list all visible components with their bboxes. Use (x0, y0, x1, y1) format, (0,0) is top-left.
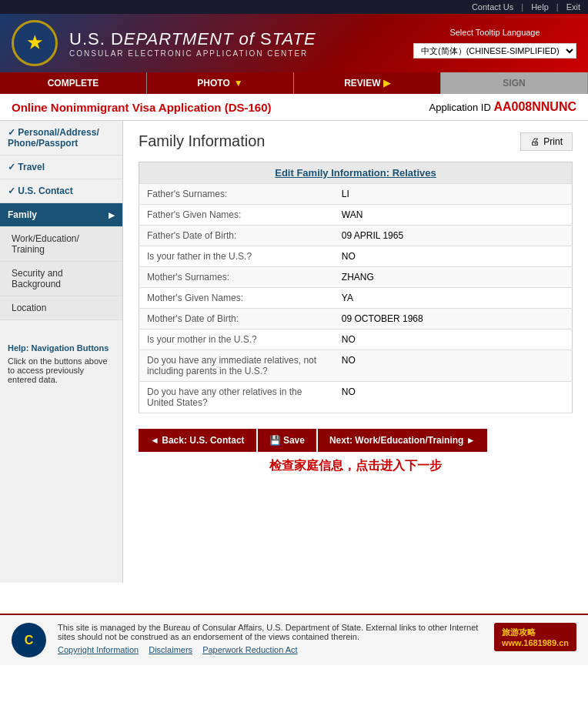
footer-logo: C (12, 623, 46, 657)
table-row: Do you have any immediate relatives, not… (139, 350, 573, 382)
site-title: U.S. DEPARTMENT of STATE CONSULAR ELECTR… (69, 29, 316, 58)
footer-text-area: This site is managed by the Bureau of Co… (58, 623, 483, 654)
form-title: Online Nonimmigrant Visa Application (DS… (12, 101, 272, 114)
seal-icon: ★ (27, 33, 42, 53)
field-value: NO (334, 329, 573, 350)
contact-us-link[interactable]: Contact Us (472, 2, 513, 12)
family-info-table: Edit Family Information: Relatives Fathe… (139, 162, 573, 413)
table-row: Do you have any other relatives in the U… (139, 382, 573, 413)
tab-photo[interactable]: PHOTO ▼ (147, 72, 294, 94)
page-title: Family Information (139, 132, 573, 150)
sidebar-item-personal[interactable]: Personal/Address/Phone/Passport (0, 121, 122, 156)
sidebar-item-family[interactable]: Family (0, 203, 122, 227)
main-content: 🖨 Print Family Information Edit Family I… (123, 121, 588, 583)
table-row: Is your mother in the U.S.? NO (139, 329, 573, 350)
app-id-bar: Online Nonimmigrant Visa Application (DS… (0, 94, 588, 121)
field-label: Do you have any other relatives in the U… (139, 382, 334, 413)
application-id: Application ID AA008NNUNC (429, 100, 576, 114)
next-button[interactable]: Next: Work/Education/Training ► (318, 429, 487, 452)
field-value: 09 APRIL 1965 (334, 226, 573, 246)
app-id-value: AA008NNUNC (493, 100, 576, 113)
table-header-row: Edit Family Information: Relatives (139, 162, 573, 184)
paperwork-link[interactable]: Paperwork Reduction Act (202, 645, 298, 654)
disclaimers-link[interactable]: Disclaimers (149, 645, 192, 654)
department-name: U.S. DEPARTMENT of STATE (69, 29, 316, 49)
help-text: Click on the buttons above to access pre… (8, 356, 115, 384)
field-value: WAN (334, 205, 573, 226)
table-row: Father's Date of Birth: 09 APRIL 1965 (139, 226, 573, 246)
field-value: LI (334, 184, 573, 205)
save-icon: 💾 (269, 435, 281, 446)
field-value: NO (334, 382, 573, 413)
table-row: Mother's Surnames: ZHANG (139, 267, 573, 288)
field-label: Is your mother in the U.S.? (139, 329, 334, 350)
main-layout: Personal/Address/Phone/Passport Travel U… (0, 121, 588, 583)
print-icon: 🖨 (530, 136, 540, 147)
help-link[interactable]: Help (531, 2, 549, 12)
field-label: Is your father in the U.S.? (139, 246, 334, 267)
sidebar: Personal/Address/Phone/Passport Travel U… (0, 121, 123, 583)
page-footer: C This site is managed by the Bureau of … (0, 614, 588, 665)
back-button[interactable]: ◄ Back: U.S. Contact (139, 429, 256, 452)
language-selector-area: Select Tooltip Language 中文(简体）(CHINESE-S… (413, 28, 576, 59)
copyright-link[interactable]: Copyright Information (58, 645, 139, 654)
table-row: Father's Given Names: WAN (139, 205, 573, 226)
seal-logo: ★ (12, 20, 58, 66)
sidebar-item-location[interactable]: Location (0, 296, 122, 320)
field-value: ZHANG (334, 267, 573, 288)
photo-arrow-icon: ▼ (234, 78, 243, 89)
exit-link[interactable]: Exit (566, 2, 580, 12)
field-label: Mother's Date of Birth: (139, 309, 334, 329)
table-header-label[interactable]: Edit Family Information: Relatives (139, 162, 573, 184)
field-label: Father's Given Names: (139, 205, 334, 226)
field-label: Father's Date of Birth: (139, 226, 334, 246)
lang-label: Select Tooltip Language (449, 28, 540, 37)
sidebar-help: Help: Navigation Buttons Click on the bu… (0, 336, 122, 392)
site-header: ★ U.S. DEPARTMENT of STATE CONSULAR ELEC… (0, 14, 588, 72)
footer-links: Copyright Information Disclaimers Paperw… (58, 645, 483, 654)
field-label: Mother's Surnames: (139, 267, 334, 288)
sidebar-item-work[interactable]: Work/Education/Training (0, 227, 122, 262)
language-select[interactable]: 中文(简体）(CHINESE-SIMPLIFIED) (413, 43, 576, 59)
footer-text: This site is managed by the Bureau of Co… (58, 623, 483, 641)
review-arrow-icon: ▶ (383, 78, 390, 89)
table-row: Mother's Given Names: YA (139, 288, 573, 309)
field-value: 09 OCTOBER 1968 (334, 309, 573, 329)
chinese-annotation: 检查家庭信息，点击进入下一步 (139, 458, 573, 474)
center-subtitle: CONSULAR ELECTRONIC APPLICATION CENTER (69, 49, 316, 58)
tab-review[interactable]: REVIEW ▶ (294, 72, 441, 94)
watermark: 旅游攻略 www.1681989.cn (494, 623, 576, 651)
field-value: YA (334, 288, 573, 309)
bottom-nav: ◄ Back: U.S. Contact 💾 Save Next: Work/E… (139, 429, 573, 452)
nav-tabs: COMPLETE PHOTO ▼ REVIEW ▶ SIGN (0, 72, 588, 94)
field-value: NO (334, 246, 573, 267)
sidebar-item-us-contact[interactable]: U.S. Contact (0, 179, 122, 203)
field-label: Mother's Given Names: (139, 288, 334, 309)
sidebar-item-security[interactable]: Security andBackground (0, 262, 122, 296)
print-button[interactable]: 🖨 Print (520, 132, 573, 151)
tab-complete[interactable]: COMPLETE (0, 72, 147, 94)
table-row: Is your father in the U.S.? NO (139, 246, 573, 267)
tab-sign[interactable]: SIGN (441, 72, 588, 94)
table-row: Father's Surnames: LI (139, 184, 573, 205)
table-row: Mother's Date of Birth: 09 OCTOBER 1968 (139, 309, 573, 329)
sidebar-item-travel[interactable]: Travel (0, 156, 122, 179)
help-title: Help: Navigation Buttons (8, 343, 115, 353)
field-label: Do you have any immediate relatives, not… (139, 350, 334, 382)
save-button[interactable]: 💾 Save (258, 429, 316, 452)
top-bar: Contact Us | Help | Exit (0, 0, 588, 14)
field-label: Father's Surnames: (139, 184, 334, 205)
field-value: NO (334, 350, 573, 382)
